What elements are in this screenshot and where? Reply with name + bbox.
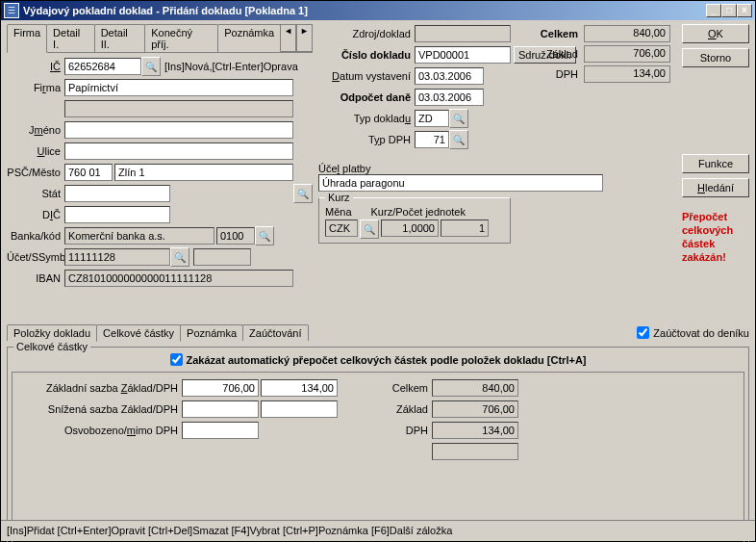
dic-input[interactable]	[64, 206, 170, 223]
banka-input[interactable]	[64, 227, 214, 245]
tab-detail2[interactable]: Detail II.	[94, 24, 146, 52]
sum-zaklad-label: Základ	[374, 403, 432, 415]
typdph-label: Typ DPH	[318, 134, 415, 145]
dph-value: 134,00	[584, 65, 670, 83]
iban-label: IBAN	[7, 272, 64, 284]
minimize-button[interactable]: _	[706, 4, 721, 17]
celkove-legend: Celkové částky	[13, 341, 90, 352]
maximize-button[interactable]: □	[721, 4, 737, 17]
ssymb-input[interactable]	[193, 248, 251, 266]
zauctovat-checkbox[interactable]: Zaúčtovat do deníku	[637, 326, 749, 339]
app-icon: ☰	[4, 3, 19, 18]
ic-input[interactable]	[64, 58, 141, 75]
ucet-label: Účet/SSymb	[7, 251, 64, 263]
tab-poznamka[interactable]: Poznámka	[217, 24, 281, 52]
ic-lookup-icon[interactable]: 🔍	[141, 57, 161, 76]
r1a-input[interactable]	[182, 379, 259, 397]
ulice-label: Ulice	[7, 145, 64, 157]
tab-polozky[interactable]: Položky dokladu	[7, 324, 97, 341]
kurz-legend: Kurz	[325, 192, 353, 203]
celkem-value: 840,00	[584, 25, 670, 42]
status-bar: [Ins]Přidat [Ctrl+Enter]Opravit [Ctrl+De…	[1, 520, 755, 541]
ucet-lookup-icon[interactable]: 🔍	[170, 247, 189, 267]
tab-scroll-right[interactable]: ►	[296, 24, 313, 52]
tab-celkove[interactable]: Celkové částky	[96, 324, 181, 342]
sum-celkem-label: Celkem	[374, 382, 432, 394]
stat-label: Stát	[7, 188, 64, 199]
tab-firma[interactable]: Firma	[7, 24, 47, 53]
ic-label: IČ	[50, 61, 61, 72]
odpocet-label: Odpočet daně	[318, 91, 415, 103]
kurz-input[interactable]	[381, 219, 439, 237]
psc-input[interactable]	[64, 164, 113, 181]
celkem-label: Celkem	[517, 28, 584, 39]
ucel-input[interactable]	[318, 174, 603, 192]
firma-input[interactable]	[64, 79, 293, 96]
typdok-label: Typ dokladu	[318, 113, 415, 124]
warning-text: Přepočet celkových částek zakázán!	[682, 210, 749, 264]
sum-zaklad	[432, 400, 518, 418]
close-button[interactable]: ×	[737, 4, 752, 17]
banka-label: Banka/kód	[7, 230, 64, 242]
odpocet-input[interactable]	[415, 89, 484, 106]
typdok-lookup-icon[interactable]: 🔍	[449, 109, 468, 128]
ucel-label: Účel platby	[318, 163, 607, 174]
bankakod-input[interactable]	[216, 227, 255, 245]
iban-input[interactable]	[64, 270, 293, 287]
psc-label: PSČ/Město	[7, 167, 64, 178]
firma2-input[interactable]	[64, 100, 293, 117]
jmeno-label: Jméno	[7, 124, 64, 136]
dic-label: DIČ	[7, 209, 64, 220]
funkce-button[interactable]: Funkce	[682, 154, 749, 173]
typdph-input[interactable]	[415, 131, 449, 148]
mesto-input[interactable]	[114, 164, 293, 181]
titlebar: ☰ Výdajový pokladní doklad - Přidání dok…	[1, 1, 755, 20]
reduced-rate-label: Snížená sazba Základ/DPH	[18, 403, 182, 415]
typdok-input[interactable]	[415, 110, 449, 127]
exempt-label: Osvobozeno/mimo DPH	[18, 425, 182, 436]
sum-celkem	[432, 379, 518, 397]
tab-poznamka2[interactable]: Poznámka	[180, 324, 243, 341]
zaklad-value: 706,00	[584, 45, 670, 63]
r1b-input[interactable]	[261, 379, 338, 397]
zakazat-checkbox[interactable]: Zakázat automatický přepočet celkových č…	[170, 353, 587, 366]
basic-rate-label: Základní sazba Základ/DPH	[18, 382, 182, 394]
banka-lookup-icon[interactable]: 🔍	[255, 226, 274, 245]
dph-label: DPH	[517, 68, 584, 80]
r3a-input[interactable]	[182, 422, 259, 439]
tab-detail1[interactable]: Detail I.	[46, 24, 95, 52]
r2a-input[interactable]	[182, 400, 259, 418]
zaklad-label: Základ	[517, 48, 584, 60]
r2b-input[interactable]	[261, 400, 338, 418]
hledani-button[interactable]: Hledání	[682, 178, 749, 197]
sum-dph-label: DPH	[374, 425, 432, 436]
stat-input[interactable]	[64, 185, 170, 202]
ok-button[interactable]: OK	[682, 24, 749, 43]
datum-label: Datum vystavení	[318, 70, 415, 82]
ic-hint: [Ins]Nová,[Ctrl-Enter]Oprava	[164, 61, 298, 72]
window-title: Výdajový pokladní doklad - Přidání dokla…	[23, 5, 706, 16]
tab-zauctovani[interactable]: Zaúčtování	[242, 324, 308, 341]
sum-dph	[432, 422, 518, 439]
sum-extra	[432, 443, 518, 460]
cislo-label: Číslo dokladu	[318, 49, 415, 61]
ulice-input[interactable]	[64, 142, 293, 160]
jmeno-input[interactable]	[64, 121, 293, 139]
pocet-input[interactable]	[441, 219, 489, 237]
tab-scroll-left[interactable]: ◄	[280, 24, 296, 52]
storno-button[interactable]: Storno	[682, 48, 749, 67]
main-tabs: Firma Detail I. Detail II. Konečný příj.…	[7, 24, 313, 53]
stat-lookup-icon[interactable]: 🔍	[293, 184, 313, 203]
zdroj-label: Zdroj/doklad	[318, 28, 415, 39]
mena-label: Měna	[325, 206, 352, 218]
mena-input[interactable]	[325, 219, 358, 237]
typdph-lookup-icon[interactable]: 🔍	[449, 130, 468, 149]
kurzpj-label: Kurz/Počet jednotek	[371, 206, 466, 218]
firma-label: Firma	[7, 82, 64, 93]
mena-lookup-icon[interactable]: 🔍	[360, 219, 379, 239]
tab-konecny[interactable]: Konečný příj.	[144, 24, 218, 52]
ucet-input[interactable]	[64, 248, 170, 266]
